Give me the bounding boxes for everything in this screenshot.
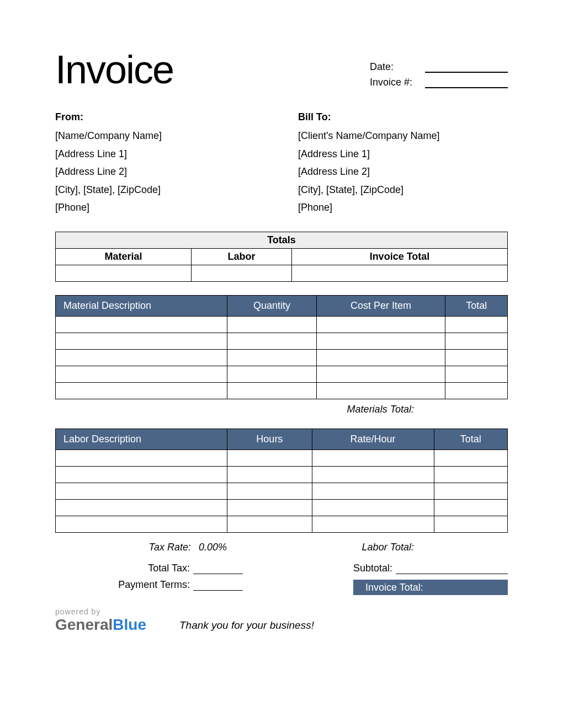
totals-header: Totals [56, 232, 508, 249]
subtotal-label: Subtotal: [353, 563, 396, 574]
powered-by-logo: powered by GeneralBlue [55, 607, 146, 634]
invoice-meta: Date: Invoice #: [370, 61, 508, 92]
page-title: Invoice [55, 50, 173, 89]
table-row[interactable] [56, 383, 508, 399]
from-addr1: [Address Line 1] [55, 145, 265, 163]
totals-table: Totals Material Labor Invoice Total [55, 232, 508, 282]
billto-addr2: [Address Line 2] [298, 163, 508, 180]
table-row[interactable] [56, 500, 508, 516]
invoice-total-label: Invoice Total: [365, 582, 423, 593]
materials-col-total: Total [445, 296, 508, 317]
table-row[interactable] [56, 516, 508, 533]
table-row[interactable] [56, 366, 508, 383]
payment-terms-field[interactable] [193, 579, 243, 591]
labor-total-label: Labor Total: [353, 537, 508, 553]
date-label: Date: [370, 61, 419, 73]
materials-table: Material Description Quantity Cost Per I… [55, 295, 508, 399]
totals-col-material: Material [56, 249, 192, 265]
materials-col-cost: Cost Per Item [316, 296, 445, 317]
materials-col-desc: Material Description [56, 296, 227, 317]
labor-col-total: Total [434, 429, 507, 450]
powered-by-text: powered by [55, 607, 146, 616]
table-row[interactable] [56, 317, 508, 333]
table-row[interactable] [56, 333, 508, 350]
totals-val-labor[interactable] [192, 265, 292, 282]
invoice-number-label: Invoice #: [370, 77, 419, 88]
labor-col-hours: Hours [227, 429, 312, 450]
materials-col-qty: Quantity [227, 296, 316, 317]
subtotal-field[interactable] [396, 562, 508, 574]
from-addr2: [Address Line 2] [55, 163, 265, 180]
invoice-total-bar: Invoice Total: [353, 580, 508, 595]
totals-col-invoice: Invoice Total [291, 249, 507, 265]
totals-col-labor: Labor [192, 249, 292, 265]
from-name: [Name/Company Name] [55, 127, 265, 144]
from-heading: From: [55, 108, 265, 126]
totals-val-material[interactable] [56, 265, 192, 282]
total-tax-label: Total Tax: [148, 563, 190, 574]
payment-terms-label: Payment Terms: [118, 579, 190, 591]
thank-you-text: Thank you for your business! [179, 619, 314, 634]
labor-table: Labor Description Hours Rate/Hour Total [55, 429, 508, 533]
from-phone: [Phone] [55, 199, 265, 216]
total-tax-field[interactable] [193, 562, 243, 574]
tax-rate-value: 0.00% [199, 542, 243, 553]
billto-heading: Bill To: [298, 108, 508, 126]
billto-block: Bill To: [Client's Name/Company Name] [A… [298, 108, 508, 216]
brand-general: General [55, 616, 113, 633]
invoice-number-field[interactable] [425, 76, 508, 88]
table-row[interactable] [56, 350, 508, 366]
tax-rate-label: Tax Rate: [149, 542, 191, 553]
totals-val-invoice[interactable] [291, 265, 507, 282]
labor-col-desc: Labor Description [56, 429, 227, 450]
table-row[interactable] [56, 467, 508, 483]
table-row[interactable] [56, 450, 508, 467]
from-block: From: [Name/Company Name] [Address Line … [55, 108, 265, 216]
date-field[interactable] [425, 61, 508, 73]
billto-addr1: [Address Line 1] [298, 145, 508, 163]
table-row[interactable] [56, 483, 508, 500]
from-city: [City], [State], [ZipCode] [55, 181, 265, 199]
labor-col-rate: Rate/Hour [312, 429, 434, 450]
billto-name: [Client's Name/Company Name] [298, 127, 508, 144]
billto-phone: [Phone] [298, 199, 508, 216]
materials-total-label: Materials Total: [55, 399, 508, 415]
billto-city: [City], [State], [ZipCode] [298, 181, 508, 199]
brand-blue: Blue [113, 616, 146, 633]
